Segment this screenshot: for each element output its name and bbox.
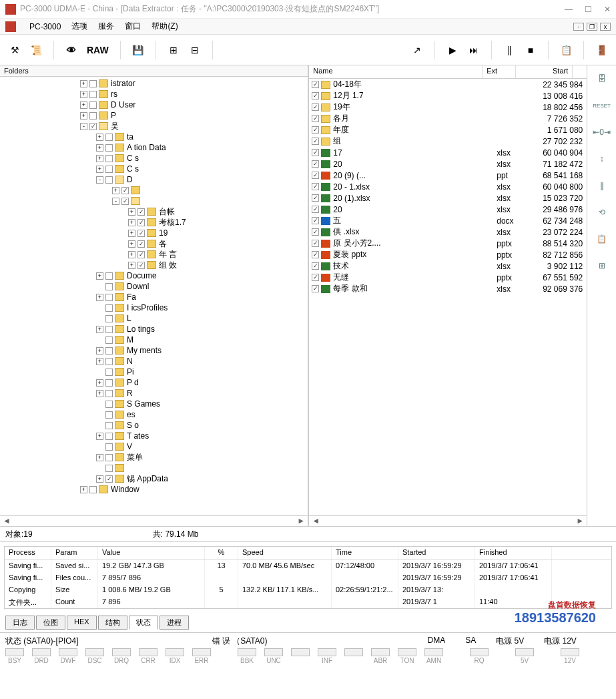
- mdi-minimize[interactable]: -: [573, 23, 584, 31]
- file-row[interactable]: 无缝pptx67 551 592: [309, 272, 587, 283]
- menu-service[interactable]: 服务: [98, 21, 114, 32]
- expander-icon[interactable]: +: [96, 379, 103, 387]
- file-row[interactable]: 19年18 802 456: [309, 101, 587, 113]
- expander-icon[interactable]: +: [96, 155, 103, 162]
- checkbox[interactable]: [312, 217, 319, 224]
- checkbox[interactable]: [121, 198, 129, 205]
- checkbox[interactable]: [89, 486, 97, 493]
- checkbox[interactable]: [312, 172, 319, 179]
- checkbox[interactable]: [312, 262, 319, 270]
- tools-icon[interactable]: ⚒: [5, 39, 24, 61]
- pause-side-icon[interactable]: ‖: [594, 178, 610, 194]
- tree-row[interactable]: +各: [0, 238, 308, 249]
- process-col-header[interactable]: Started: [398, 547, 475, 559]
- checkbox[interactable]: [312, 149, 319, 156]
- expander-icon[interactable]: +: [96, 475, 103, 483]
- tree-row[interactable]: Pi: [0, 367, 308, 377]
- expander-icon[interactable]: +: [96, 144, 103, 152]
- tree-row[interactable]: + 菜单: [0, 452, 308, 463]
- tree-row[interactable]: +C s: [0, 164, 308, 174]
- checkbox[interactable]: [121, 187, 129, 194]
- tree-row[interactable]: -D: [0, 174, 308, 185]
- tree-row[interactable]: +P: [0, 110, 308, 121]
- checkbox[interactable]: [312, 138, 319, 145]
- file-row[interactable]: 17xlsx60 040 904: [309, 147, 587, 158]
- script-icon[interactable]: 📜: [27, 39, 45, 61]
- checkbox[interactable]: [137, 219, 145, 226]
- tree-row[interactable]: +: [0, 185, 308, 196]
- folder-tree[interactable]: + istrator+ rs+D User+P -吴 + ta+A tion D…: [0, 77, 308, 515]
- process-col-header[interactable]: Speed: [238, 547, 332, 559]
- tree-row[interactable]: +锡 AppData: [0, 473, 308, 484]
- skip-icon[interactable]: ⏭: [465, 39, 483, 61]
- checkbox[interactable]: [105, 336, 113, 344]
- binoculars-icon[interactable]: 👁: [62, 39, 81, 61]
- file-scroll[interactable]: ◄►: [309, 515, 587, 526]
- tab-状态[interactable]: 状态: [129, 616, 158, 630]
- process-row[interactable]: CopyingSize1 008.6 MB/ 19.2 GB5132.2 KB/…: [5, 584, 611, 596]
- structure1-icon[interactable]: ⊞: [164, 39, 183, 61]
- tree-row[interactable]: + ta: [0, 132, 308, 142]
- expander-icon[interactable]: +: [96, 347, 103, 355]
- checkbox[interactable]: [105, 411, 113, 419]
- tree-row[interactable]: +N: [0, 356, 308, 367]
- file-row[interactable]: 五docx62 734 248: [309, 215, 587, 226]
- checkbox[interactable]: [105, 283, 113, 290]
- file-list[interactable]: 04-18年22 345 98412月 1.713 008 41619年18 8…: [309, 79, 587, 515]
- tab-位图[interactable]: 位图: [36, 616, 65, 630]
- menu-window[interactable]: 窗口: [125, 21, 141, 32]
- expander-icon[interactable]: +: [96, 326, 103, 333]
- tree-row[interactable]: + istrator: [0, 78, 308, 89]
- tree-row[interactable]: +T ates: [0, 431, 308, 441]
- expander-icon[interactable]: +: [96, 272, 103, 280]
- checkbox[interactable]: [105, 176, 113, 184]
- expander-icon[interactable]: +: [96, 166, 103, 173]
- checkbox[interactable]: [105, 475, 113, 483]
- process-col-header[interactable]: Param: [51, 547, 98, 559]
- raw-button[interactable]: RAW: [83, 39, 112, 61]
- tree-row[interactable]: + 考核1.7: [0, 217, 308, 228]
- file-row[interactable]: 每季 款和xlsx92 069 376: [309, 283, 587, 294]
- tree-row[interactable]: M: [0, 334, 308, 345]
- tree-row[interactable]: +组 效: [0, 260, 308, 270]
- file-row[interactable]: 20 (1).xlsxxlsx15 023 720: [309, 192, 587, 204]
- expander-icon[interactable]: +: [128, 251, 135, 258]
- expander-icon[interactable]: +: [80, 91, 87, 98]
- expander-icon[interactable]: +: [96, 390, 103, 397]
- checkbox[interactable]: [105, 422, 113, 429]
- tree-row[interactable]: +Docume: [0, 270, 308, 281]
- checkbox[interactable]: [89, 112, 97, 120]
- checkbox[interactable]: [105, 433, 113, 440]
- process-row[interactable]: Saving fi...Saved si...19.2 GB/ 147.3 GB…: [5, 560, 611, 572]
- tree-row[interactable]: -: [0, 196, 308, 206]
- tab-结构[interactable]: 结构: [98, 616, 127, 630]
- expander-icon[interactable]: +: [80, 486, 87, 493]
- checkbox[interactable]: [312, 240, 319, 247]
- tree-row[interactable]: S Games: [0, 399, 308, 409]
- mdi-close[interactable]: x: [600, 23, 611, 31]
- expander-icon[interactable]: +: [96, 134, 103, 141]
- file-row[interactable]: 夏装 pptxpptx82 712 856: [309, 249, 587, 260]
- checkbox[interactable]: [137, 230, 145, 237]
- checkbox[interactable]: [137, 262, 145, 269]
- tree-row[interactable]: V: [0, 441, 308, 452]
- file-row[interactable]: 12月 1.713 008 416: [309, 90, 587, 101]
- tree-row[interactable]: L: [0, 313, 308, 324]
- checkbox[interactable]: [89, 91, 97, 98]
- checkbox[interactable]: [105, 390, 113, 397]
- expander-icon[interactable]: +: [128, 230, 135, 237]
- tree-row[interactable]: +P d: [0, 377, 308, 388]
- exit-icon[interactable]: 🚪: [592, 39, 611, 61]
- checkbox[interactable]: [105, 144, 113, 152]
- tree-row[interactable]: S o: [0, 420, 308, 431]
- tree-row[interactable]: + rs: [0, 89, 308, 99]
- file-row[interactable]: 原 吴小芳2....pptx88 514 320: [309, 238, 587, 249]
- pause-icon[interactable]: ‖: [500, 39, 519, 61]
- tree-scroll[interactable]: ◄►: [0, 515, 308, 526]
- stop-icon[interactable]: ■: [521, 39, 540, 61]
- tree-row[interactable]: +19: [0, 228, 308, 238]
- checkbox[interactable]: [312, 274, 319, 281]
- file-row[interactable]: 各月7 726 352: [309, 113, 587, 124]
- maximize-button[interactable]: ☐: [585, 5, 592, 14]
- checkbox[interactable]: [137, 208, 145, 216]
